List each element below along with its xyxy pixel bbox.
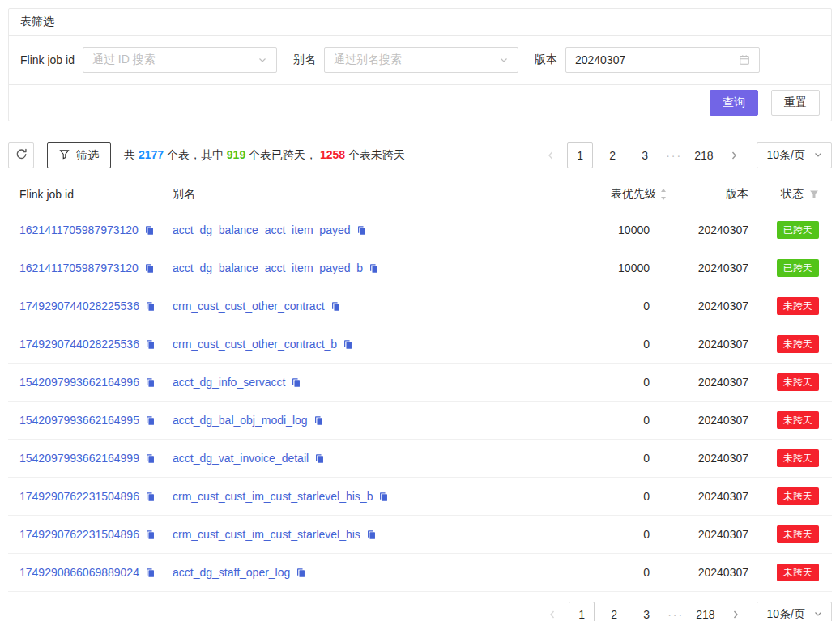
filter-icon[interactable]	[809, 189, 819, 199]
pager-next-button[interactable]	[726, 602, 745, 621]
pager-ellipsis[interactable]: ···	[664, 149, 684, 162]
pager-page-2[interactable]: 2	[599, 142, 625, 168]
chevron-down-icon	[499, 55, 509, 65]
pager-page-3[interactable]: 3	[632, 142, 658, 168]
summary-text: 共 2177 个表，其中 919 个表已跨天， 1258 个表未跨天	[124, 148, 405, 163]
summary-segment: 共	[124, 148, 139, 161]
status-cell: 未跨天	[755, 478, 832, 516]
copy-icon[interactable]	[144, 225, 155, 236]
pager-page-3[interactable]: 3	[633, 602, 659, 621]
flink-job-id-link[interactable]: 1542097993662164996	[19, 376, 139, 389]
flink-job-id-link[interactable]: 1542097993662164995	[19, 414, 139, 427]
alias-link[interactable]: acct_dg_balance_acct_item_payed_b	[173, 262, 363, 274]
copy-icon[interactable]	[314, 453, 325, 464]
refresh-button[interactable]	[8, 142, 34, 168]
alias-link[interactable]: acct_dg_balance_acct_item_payed	[173, 223, 351, 236]
copy-icon[interactable]	[343, 339, 353, 350]
flink-job-id-link[interactable]: 1749290744028225536	[19, 300, 139, 313]
copy-icon[interactable]	[145, 377, 156, 388]
version-cell: 20240307	[674, 325, 755, 364]
flink-job-id-link[interactable]: 1621411705987973120	[19, 262, 139, 274]
priority-cell: 0	[552, 325, 674, 364]
page-size-select-bottom[interactable]: 10条/页	[757, 602, 832, 621]
flink-job-id-cell: 1621411705987973120	[8, 249, 166, 287]
copy-icon[interactable]	[378, 491, 389, 502]
copy-icon[interactable]	[313, 415, 324, 426]
copy-icon[interactable]	[330, 301, 341, 312]
pager-next-button[interactable]	[724, 142, 744, 168]
copy-icon[interactable]	[145, 453, 156, 464]
alias-cell: crm_cust_cust_other_contract_b	[166, 325, 552, 364]
copy-icon[interactable]	[366, 530, 377, 540]
alias-link[interactable]: crm_cust_cust_other_contract_b	[173, 338, 337, 351]
alias-link[interactable]: acct_dg_info_servacct	[173, 376, 285, 389]
pager-prev-button[interactable]	[543, 602, 562, 621]
pager-page-218[interactable]: 218	[692, 602, 718, 621]
column-header-priority[interactable]: 表优先级	[552, 178, 674, 211]
version-cell: 20240307	[674, 211, 755, 249]
pager-page-1[interactable]: 1	[567, 142, 593, 168]
pager-page-218[interactable]: 218	[690, 142, 717, 168]
page-size-label: 10条/页	[767, 607, 805, 621]
flink-job-id-link[interactable]: 1621411705987973120	[19, 223, 139, 236]
pager-prev-button[interactable]	[541, 142, 561, 168]
reset-button[interactable]: 重置	[771, 90, 820, 116]
alias-select[interactable]: 通过别名搜索	[324, 47, 518, 73]
flink-job-id-link[interactable]: 1749290762231504896	[19, 528, 139, 541]
copy-icon[interactable]	[369, 263, 379, 274]
copy-icon[interactable]	[145, 568, 156, 578]
filter-toggle-button[interactable]: 筛选	[47, 142, 111, 168]
alias-link[interactable]: acct_dg_vat_invoice_detail	[173, 452, 309, 465]
copy-icon[interactable]	[145, 339, 156, 350]
flink-job-id-cell: 1542097993662164996	[8, 364, 166, 402]
alias-link[interactable]: acct_dg_bal_obj_modi_log	[173, 414, 308, 427]
alias-link[interactable]: crm_cust_cust_im_cust_starlevel_his	[173, 528, 360, 541]
copy-icon[interactable]	[145, 415, 156, 426]
alias-cell: acct_dg_staff_oper_log	[166, 554, 552, 592]
table-header-row: Flink job id 别名 表优先级 版本 状态	[8, 178, 832, 211]
table-row: 1542097993662164995 acct_dg_bal_obj_modi…	[8, 402, 832, 440]
priority-cell: 10000	[552, 211, 674, 249]
status-badge: 未跨天	[777, 411, 819, 429]
copy-icon[interactable]	[145, 301, 156, 312]
copy-icon[interactable]	[145, 491, 156, 502]
copy-icon[interactable]	[291, 377, 301, 388]
pager-page-2[interactable]: 2	[601, 602, 627, 621]
table-row: 1749290744028225536 crm_cust_cust_other_…	[8, 287, 832, 325]
status-badge: 已跨天	[777, 221, 819, 239]
flink-job-id-cell: 1542097993662164999	[8, 440, 166, 478]
alias-link[interactable]: acct_dg_staff_oper_log	[173, 566, 290, 579]
page-size-select-top[interactable]: 10条/页	[757, 142, 832, 168]
table-row: 1749290866069889024 acct_dg_staff_oper_l…	[8, 554, 832, 592]
version-date-picker[interactable]: 20240307	[565, 47, 760, 73]
copy-icon[interactable]	[356, 225, 367, 236]
query-button[interactable]: 查询	[710, 90, 758, 116]
sort-icon[interactable]	[659, 187, 667, 202]
version-cell: 20240307	[674, 364, 755, 402]
chevron-down-icon	[258, 55, 267, 65]
copy-icon[interactable]	[145, 530, 156, 540]
flink-job-id-placeholder: 通过 ID 搜索	[92, 53, 156, 67]
status-badge: 未跨天	[777, 487, 819, 505]
summary-count-uncrossed: 1258	[320, 148, 345, 161]
chevron-down-icon	[813, 608, 823, 621]
flink-job-id-link[interactable]: 1542097993662164999	[19, 452, 139, 465]
pager-page-1[interactable]: 1	[569, 602, 595, 621]
pager-ellipsis[interactable]: ···	[666, 608, 685, 621]
field-version: 版本 20240307	[535, 47, 760, 73]
status-cell: 未跨天	[755, 287, 832, 325]
alias-cell: acct_dg_balance_acct_item_payed_b	[166, 249, 552, 287]
copy-icon[interactable]	[296, 568, 306, 578]
flink-job-id-select[interactable]: 通过 ID 搜索	[83, 47, 277, 73]
summary-segment: 个表已跨天，	[245, 148, 320, 161]
copy-icon[interactable]	[144, 263, 155, 274]
status-badge: 未跨天	[777, 373, 819, 391]
flink-job-id-link[interactable]: 1749290762231504896	[19, 490, 139, 503]
flink-job-id-link[interactable]: 1749290866069889024	[19, 566, 139, 579]
flink-job-id-link[interactable]: 1749290744028225536	[19, 338, 139, 351]
alias-link[interactable]: crm_cust_cust_other_contract	[173, 300, 325, 313]
status-cell: 已跨天	[755, 249, 832, 287]
alias-link[interactable]: crm_cust_cust_im_cust_starlevel_his_b	[173, 490, 373, 503]
status-badge: 未跨天	[777, 525, 819, 543]
filter-card-title: 表筛选	[20, 15, 54, 28]
